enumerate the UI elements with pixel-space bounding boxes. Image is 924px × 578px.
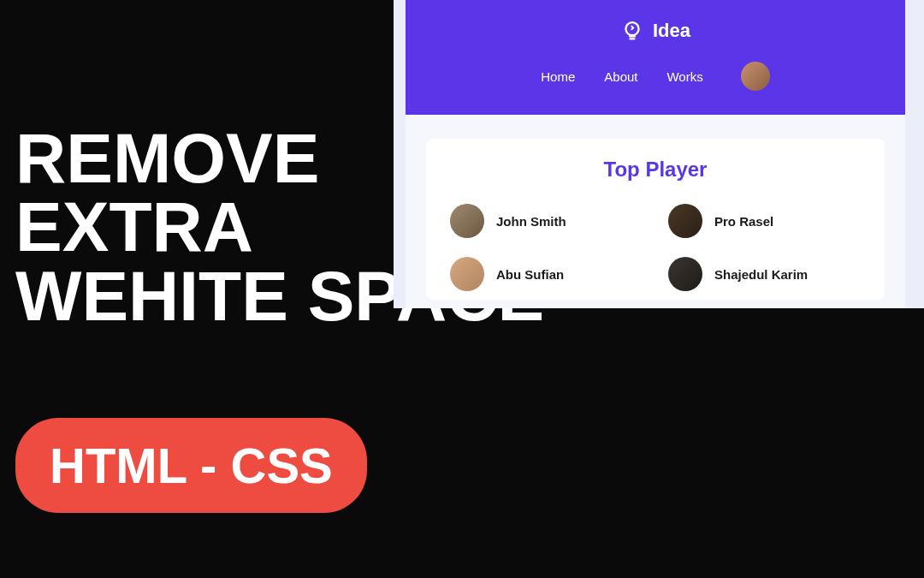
card-title: Top Player [450, 158, 861, 182]
tech-pill-label: HTML - CSS [50, 438, 333, 493]
player-avatar [668, 257, 702, 291]
player-name: Shajedul Karim [714, 267, 808, 282]
brand-name: Idea [653, 20, 690, 42]
site-header: Idea Home About Works [406, 0, 905, 115]
brand: Idea [423, 19, 888, 43]
players-grid: John Smith Pro Rasel Abu Sufian Shajedul… [450, 204, 861, 291]
list-item: Shajedul Karim [668, 257, 861, 291]
player-name: Pro Rasel [714, 214, 773, 229]
nav-bar: Home About Works [423, 62, 888, 91]
list-item: Abu Sufian [450, 257, 643, 291]
lightbulb-icon [620, 19, 644, 43]
player-avatar [450, 257, 484, 291]
player-name: Abu Sufian [496, 267, 564, 282]
browser-viewport: Idea Home About Works Top Player John Sm… [406, 0, 905, 308]
browser-frame: Idea Home About Works Top Player John Sm… [394, 0, 924, 308]
player-avatar [450, 204, 484, 238]
nav-works[interactable]: Works [666, 69, 702, 84]
list-item: John Smith [450, 204, 643, 238]
nav-home[interactable]: Home [541, 69, 575, 84]
player-name: John Smith [496, 214, 566, 229]
nav-about[interactable]: About [604, 69, 637, 84]
avatar[interactable] [741, 62, 770, 91]
tech-pill: HTML - CSS [15, 418, 367, 513]
top-player-card: Top Player John Smith Pro Rasel Abu Sufi… [426, 139, 885, 300]
list-item: Pro Rasel [668, 204, 861, 238]
player-avatar [668, 204, 702, 238]
